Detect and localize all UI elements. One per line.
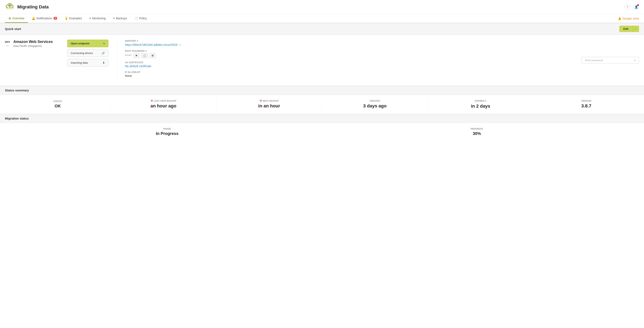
header-right: ? 👤 bbox=[625, 4, 639, 10]
page-title: Migrating Data bbox=[17, 4, 49, 10]
tab-overview[interactable]: ⊞ Overview bbox=[5, 14, 28, 23]
migration-status-header: Migration status bbox=[0, 114, 644, 123]
cloud-upload-icon bbox=[5, 3, 15, 11]
next-backup-value: in an hour bbox=[220, 103, 318, 109]
connecting-drivers-button[interactable]: Connecting drivers 🔗 bbox=[67, 49, 108, 57]
nav-tabs: ⊞ Overview 🔔 Notifications 2 💡 Examples … bbox=[0, 14, 644, 23]
ip-allowlist-value: None bbox=[125, 74, 573, 77]
migration-status-content: PHASE In Progress PROGRESS 30% bbox=[0, 123, 644, 141]
help-icon[interactable]: ? bbox=[625, 4, 630, 10]
root-password-info-icon: ℹ bbox=[146, 50, 146, 52]
download-icon: ⬇ bbox=[102, 61, 105, 64]
expires-value: in 2 days bbox=[432, 103, 529, 109]
version-value: 3.8.7 bbox=[538, 103, 635, 109]
backup-icon-last: 📅 bbox=[150, 100, 153, 102]
last-safe-backup-item: 📅 LAST SAFE BACKUP an hour ago bbox=[110, 100, 216, 109]
aws-name: Amazon Web Services bbox=[13, 40, 53, 44]
aws-smile: ⌣ bbox=[5, 43, 10, 47]
ip-allowlist-label: IP ALLOWLIST bbox=[125, 71, 573, 73]
notifications-badge: 2 bbox=[54, 17, 57, 20]
backup-icon-next: 📅 bbox=[260, 100, 262, 102]
header: Migrating Data ? 👤 bbox=[0, 0, 644, 14]
last-safe-backup-label: 📅 LAST SAFE BACKUP bbox=[115, 100, 212, 102]
backups-icon: ≡ bbox=[113, 17, 115, 20]
expires-info-icon: ℹ bbox=[485, 100, 486, 102]
policy-icon: 📄 bbox=[134, 17, 138, 20]
phase-item: PHASE In Progress bbox=[12, 128, 322, 136]
ca-certificate-link[interactable]: My default certificate bbox=[125, 64, 151, 68]
aws-logo: aws ⌣ bbox=[5, 40, 10, 47]
endpoint-link[interactable]: https://66ec67d623e8.adbdev.cloud:8529 bbox=[125, 43, 178, 46]
open-endpoint-button[interactable]: Open endpoint ≡ bbox=[67, 40, 108, 47]
monitoring-icon: ≡ bbox=[89, 17, 91, 20]
edit-button[interactable]: Edit bbox=[619, 26, 633, 32]
ca-certificate-label: CA CERTIFICATE bbox=[125, 61, 573, 64]
next-backup-label: 📅 NEXT BACKUP bbox=[220, 100, 318, 102]
root-password-dropdown[interactable]: Root password ▾ bbox=[582, 57, 639, 64]
phase-label: PHASE bbox=[12, 128, 322, 130]
last-safe-backup-value: an hour ago bbox=[115, 103, 212, 109]
endpoint-section: ENDPOINT ℹ https://66ec67d623e8.adbdev.c… bbox=[116, 40, 573, 81]
danger-zone-button[interactable]: ⚠️ Danger zone bbox=[618, 14, 639, 22]
quick-start-title: Quick start bbox=[5, 27, 21, 31]
more-button[interactable]: ··· bbox=[632, 26, 639, 32]
progress-item: PROGRESS 30% bbox=[322, 128, 632, 136]
endpoint-label: ENDPOINT ℹ bbox=[125, 40, 573, 42]
next-backup-item: 📅 NEXT BACKUP in an hour bbox=[216, 100, 322, 109]
created-label: CREATED bbox=[326, 100, 424, 102]
examples-icon: 💡 bbox=[64, 17, 68, 20]
aws-info: aws ⌣ Amazon Web Services Asia Pacific (… bbox=[5, 40, 53, 47]
root-password-label: ROOT PASSWORD ℹ bbox=[125, 50, 573, 52]
tab-notifications[interactable]: 🔔 Notifications 2 bbox=[28, 14, 61, 23]
password-row: ***** 👁 📋 ⚙ bbox=[125, 53, 573, 58]
endpoint-icon: ≡ bbox=[103, 42, 105, 45]
phase-value: In Progress bbox=[12, 131, 322, 136]
settings-password-button[interactable]: ⚙ bbox=[150, 53, 156, 58]
quick-start-content: aws ⌣ Amazon Web Services Asia Pacific (… bbox=[0, 35, 644, 86]
user-icon[interactable]: 👤 bbox=[633, 4, 639, 10]
aws-region: Asia Pacific (Singapore) bbox=[13, 44, 53, 47]
progress-value: 30% bbox=[322, 131, 632, 136]
quick-start-header: Quick start Edit ··· bbox=[0, 23, 644, 35]
copy-password-button[interactable]: 📋 bbox=[141, 53, 148, 58]
overview-icon: ⊞ bbox=[9, 17, 11, 20]
warning-icon: ⚠️ bbox=[618, 17, 622, 20]
version-label: VERSION bbox=[538, 100, 635, 102]
quick-actions: Open endpoint ≡ Connecting drivers 🔗 Imp… bbox=[67, 40, 108, 66]
tab-monitoring[interactable]: ≡ Monitoring bbox=[86, 14, 110, 23]
endpoint-info-icon: ℹ bbox=[137, 40, 138, 42]
password-dots: ***** bbox=[125, 54, 132, 57]
header-left: Migrating Data bbox=[5, 3, 49, 11]
status-summary-header: Status summary bbox=[0, 86, 644, 95]
chevron-down-icon: ▾ bbox=[634, 59, 636, 62]
tab-policy[interactable]: 📄 Policy bbox=[131, 14, 150, 23]
expires-item: EXPIRES ℹ in 2 days bbox=[428, 100, 534, 109]
toggle-password-button[interactable]: 👁 bbox=[134, 53, 140, 58]
ca-certificate-value: My default certificate bbox=[125, 64, 573, 68]
tab-backups[interactable]: ≡ Backups bbox=[110, 14, 131, 23]
status-value: OK bbox=[9, 104, 106, 108]
tab-examples[interactable]: 💡 Examples bbox=[61, 14, 86, 23]
status-summary-title: Status summary bbox=[5, 88, 29, 92]
link-icon: 🔗 bbox=[102, 51, 105, 55]
notifications-icon: 🔔 bbox=[32, 17, 35, 20]
notification-dot bbox=[637, 4, 639, 6]
status-summary-content: STATUS OK 📅 LAST SAFE BACKUP an hour ago… bbox=[0, 95, 644, 114]
importing-data-button[interactable]: Importing data ⬇ bbox=[67, 59, 108, 66]
expires-label: EXPIRES ℹ bbox=[432, 100, 529, 102]
version-item: VERSION 3.8.7 bbox=[534, 100, 639, 109]
status-label: STATUS bbox=[9, 100, 106, 102]
created-item: CREATED 3 days ago bbox=[322, 100, 428, 109]
status-ok-item: STATUS OK bbox=[5, 100, 110, 108]
created-value: 3 days ago bbox=[326, 103, 424, 109]
external-link-icon: ↗ bbox=[179, 44, 181, 46]
edit-button-group: Edit ··· bbox=[619, 26, 639, 32]
aws-details: Amazon Web Services Asia Pacific (Singap… bbox=[13, 40, 53, 47]
migration-status-title: Migration status bbox=[5, 117, 29, 120]
root-password-dropdown-container: Root password ▾ bbox=[582, 57, 639, 64]
progress-label: PROGRESS bbox=[322, 128, 632, 130]
endpoint-value: https://66ec67d623e8.adbdev.cloud:8529 ↗ bbox=[125, 43, 573, 46]
